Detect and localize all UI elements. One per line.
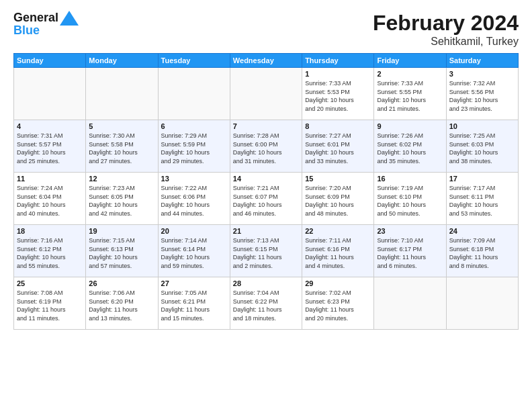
day-number: 9 bbox=[377, 122, 443, 130]
day-info: Sunrise: 7:27 AM Sunset: 6:01 PM Dayligh… bbox=[305, 132, 371, 165]
calendar-cell: 15Sunrise: 7:20 AM Sunset: 6:09 PM Dayli… bbox=[302, 173, 374, 225]
week-row-4: 18Sunrise: 7:16 AM Sunset: 6:12 PM Dayli… bbox=[14, 225, 519, 277]
calendar-cell: 26Sunrise: 7:06 AM Sunset: 6:20 PM Dayli… bbox=[86, 277, 158, 330]
calendar-cell: 17Sunrise: 7:17 AM Sunset: 6:11 PM Dayli… bbox=[446, 173, 518, 225]
day-number: 19 bbox=[89, 227, 154, 235]
calendar-cell: 2Sunrise: 7:33 AM Sunset: 5:55 PM Daylig… bbox=[374, 68, 446, 120]
day-number: 8 bbox=[305, 122, 371, 130]
day-info: Sunrise: 7:28 AM Sunset: 6:00 PM Dayligh… bbox=[233, 132, 299, 165]
calendar-cell: 24Sunrise: 7:09 AM Sunset: 6:18 PM Dayli… bbox=[446, 225, 518, 277]
col-wednesday: Wednesday bbox=[230, 54, 302, 68]
day-number: 3 bbox=[449, 70, 515, 78]
day-info: Sunrise: 7:21 AM Sunset: 6:07 PM Dayligh… bbox=[233, 184, 299, 218]
calendar-subtitle: Sehitkamil, Turkey bbox=[373, 36, 519, 48]
day-info: Sunrise: 7:04 AM Sunset: 6:22 PM Dayligh… bbox=[233, 289, 299, 322]
day-info: Sunrise: 7:13 AM Sunset: 6:15 PM Dayligh… bbox=[233, 236, 299, 270]
day-number: 12 bbox=[89, 175, 154, 183]
header: General Blue February 2024 Sehitkamil, T… bbox=[13, 11, 519, 48]
calendar-page: General Blue February 2024 Sehitkamil, T… bbox=[0, 0, 532, 411]
day-info: Sunrise: 7:06 AM Sunset: 6:20 PM Dayligh… bbox=[89, 289, 154, 322]
day-number: 14 bbox=[233, 175, 299, 183]
day-info: Sunrise: 7:15 AM Sunset: 6:13 PM Dayligh… bbox=[89, 236, 154, 270]
col-thursday: Thursday bbox=[302, 54, 374, 68]
calendar-cell: 9Sunrise: 7:26 AM Sunset: 6:02 PM Daylig… bbox=[374, 120, 446, 173]
logo-text-general: General bbox=[13, 11, 58, 25]
day-info: Sunrise: 7:11 AM Sunset: 6:16 PM Dayligh… bbox=[305, 236, 371, 270]
day-number: 20 bbox=[161, 227, 227, 235]
calendar-cell: 22Sunrise: 7:11 AM Sunset: 6:16 PM Dayli… bbox=[302, 225, 374, 277]
calendar-cell bbox=[158, 68, 230, 120]
day-number: 11 bbox=[17, 175, 83, 183]
calendar-cell: 1Sunrise: 7:33 AM Sunset: 5:53 PM Daylig… bbox=[302, 68, 374, 120]
day-info: Sunrise: 7:29 AM Sunset: 5:59 PM Dayligh… bbox=[161, 132, 227, 165]
calendar-cell: 21Sunrise: 7:13 AM Sunset: 6:15 PM Dayli… bbox=[230, 225, 302, 277]
day-number: 10 bbox=[449, 122, 515, 130]
logo-text-blue: Blue bbox=[13, 24, 40, 38]
day-info: Sunrise: 7:19 AM Sunset: 6:10 PM Dayligh… bbox=[377, 184, 443, 218]
header-row: Sunday Monday Tuesday Wednesday Thursday… bbox=[14, 54, 519, 68]
week-row-3: 11Sunrise: 7:24 AM Sunset: 6:04 PM Dayli… bbox=[14, 173, 519, 225]
calendar-cell: 3Sunrise: 7:32 AM Sunset: 5:56 PM Daylig… bbox=[446, 68, 518, 120]
day-info: Sunrise: 7:20 AM Sunset: 6:09 PM Dayligh… bbox=[305, 184, 371, 218]
day-info: Sunrise: 7:05 AM Sunset: 6:21 PM Dayligh… bbox=[161, 289, 227, 322]
col-monday: Monday bbox=[86, 54, 158, 68]
day-number: 1 bbox=[305, 70, 371, 78]
calendar-cell: 10Sunrise: 7:25 AM Sunset: 6:03 PM Dayli… bbox=[446, 120, 518, 173]
calendar-cell bbox=[374, 277, 446, 330]
day-number: 7 bbox=[233, 122, 299, 130]
day-info: Sunrise: 7:30 AM Sunset: 5:58 PM Dayligh… bbox=[89, 132, 154, 165]
calendar-cell: 4Sunrise: 7:31 AM Sunset: 5:57 PM Daylig… bbox=[14, 120, 86, 173]
calendar-table: Sunday Monday Tuesday Wednesday Thursday… bbox=[13, 53, 519, 330]
day-info: Sunrise: 7:33 AM Sunset: 5:55 PM Dayligh… bbox=[377, 79, 443, 113]
day-info: Sunrise: 7:23 AM Sunset: 6:05 PM Dayligh… bbox=[89, 184, 154, 218]
day-info: Sunrise: 7:26 AM Sunset: 6:02 PM Dayligh… bbox=[377, 132, 443, 165]
calendar-cell: 8Sunrise: 7:27 AM Sunset: 6:01 PM Daylig… bbox=[302, 120, 374, 173]
calendar-cell: 19Sunrise: 7:15 AM Sunset: 6:13 PM Dayli… bbox=[86, 225, 158, 277]
calendar-cell: 16Sunrise: 7:19 AM Sunset: 6:10 PM Dayli… bbox=[374, 173, 446, 225]
day-info: Sunrise: 7:24 AM Sunset: 6:04 PM Dayligh… bbox=[17, 184, 83, 218]
calendar-cell: 5Sunrise: 7:30 AM Sunset: 5:58 PM Daylig… bbox=[86, 120, 158, 173]
svg-marker-0 bbox=[60, 11, 79, 26]
calendar-cell bbox=[86, 68, 158, 120]
col-tuesday: Tuesday bbox=[158, 54, 230, 68]
day-number: 29 bbox=[305, 279, 371, 287]
calendar-cell: 28Sunrise: 7:04 AM Sunset: 6:22 PM Dayli… bbox=[230, 277, 302, 330]
day-info: Sunrise: 7:16 AM Sunset: 6:12 PM Dayligh… bbox=[17, 236, 83, 270]
day-info: Sunrise: 7:14 AM Sunset: 6:14 PM Dayligh… bbox=[161, 236, 227, 270]
calendar-cell: 18Sunrise: 7:16 AM Sunset: 6:12 PM Dayli… bbox=[14, 225, 86, 277]
day-number: 4 bbox=[17, 122, 83, 130]
day-number: 17 bbox=[449, 175, 515, 183]
day-number: 26 bbox=[89, 279, 154, 287]
day-number: 28 bbox=[233, 279, 299, 287]
day-number: 24 bbox=[449, 227, 515, 235]
day-number: 18 bbox=[17, 227, 83, 235]
day-info: Sunrise: 7:31 AM Sunset: 5:57 PM Dayligh… bbox=[17, 132, 83, 165]
calendar-cell: 27Sunrise: 7:05 AM Sunset: 6:21 PM Dayli… bbox=[158, 277, 230, 330]
col-saturday: Saturday bbox=[446, 54, 518, 68]
calendar-cell bbox=[230, 68, 302, 120]
day-info: Sunrise: 7:32 AM Sunset: 5:56 PM Dayligh… bbox=[449, 79, 515, 113]
calendar-cell: 13Sunrise: 7:22 AM Sunset: 6:06 PM Dayli… bbox=[158, 173, 230, 225]
day-number: 22 bbox=[305, 227, 371, 235]
day-info: Sunrise: 7:17 AM Sunset: 6:11 PM Dayligh… bbox=[449, 184, 515, 218]
calendar-cell: 7Sunrise: 7:28 AM Sunset: 6:00 PM Daylig… bbox=[230, 120, 302, 173]
day-info: Sunrise: 7:10 AM Sunset: 6:17 PM Dayligh… bbox=[377, 236, 443, 270]
calendar-title: February 2024 bbox=[373, 11, 519, 36]
calendar-cell: 6Sunrise: 7:29 AM Sunset: 5:59 PM Daylig… bbox=[158, 120, 230, 173]
calendar-cell: 20Sunrise: 7:14 AM Sunset: 6:14 PM Dayli… bbox=[158, 225, 230, 277]
col-sunday: Sunday bbox=[14, 54, 86, 68]
day-number: 13 bbox=[161, 175, 227, 183]
day-number: 25 bbox=[17, 279, 83, 287]
day-info: Sunrise: 7:02 AM Sunset: 6:23 PM Dayligh… bbox=[305, 289, 371, 322]
col-friday: Friday bbox=[374, 54, 446, 68]
calendar-cell: 14Sunrise: 7:21 AM Sunset: 6:07 PM Dayli… bbox=[230, 173, 302, 225]
day-number: 21 bbox=[233, 227, 299, 235]
calendar-cell: 25Sunrise: 7:08 AM Sunset: 6:19 PM Dayli… bbox=[14, 277, 86, 330]
day-number: 15 bbox=[305, 175, 371, 183]
calendar-cell: 29Sunrise: 7:02 AM Sunset: 6:23 PM Dayli… bbox=[302, 277, 374, 330]
day-number: 27 bbox=[161, 279, 227, 287]
day-info: Sunrise: 7:33 AM Sunset: 5:53 PM Dayligh… bbox=[305, 79, 371, 113]
day-info: Sunrise: 7:08 AM Sunset: 6:19 PM Dayligh… bbox=[17, 289, 83, 322]
day-number: 5 bbox=[89, 122, 154, 130]
day-number: 2 bbox=[377, 70, 443, 78]
